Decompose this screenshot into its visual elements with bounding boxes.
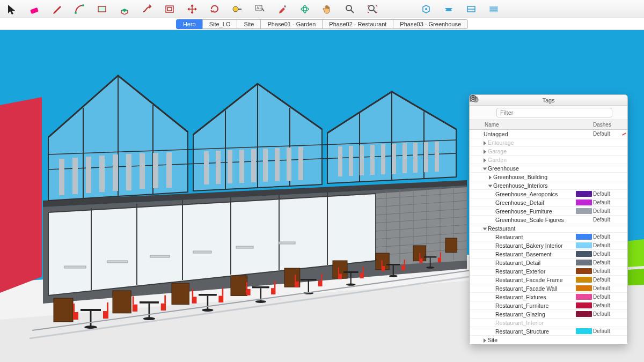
dashes-value[interactable]: Default (593, 208, 622, 214)
scene-tab-phase01-garden[interactable]: Phase01 - Garden (260, 19, 323, 29)
add-folder-icon[interactable] (485, 108, 493, 117)
tags-search[interactable] (496, 108, 612, 117)
eraser-icon[interactable] (28, 3, 41, 16)
dashes-value[interactable]: Default (593, 200, 622, 205)
rectangle-icon[interactable] (96, 3, 108, 16)
tag-row[interactable]: Garage (470, 147, 627, 156)
color-swatch[interactable] (576, 302, 592, 308)
tag-row[interactable]: Restaurant_ExteriorDefault (470, 267, 627, 276)
dashes-value[interactable]: Default (593, 234, 622, 240)
color-swatch[interactable] (576, 200, 592, 205)
section-fill-icon[interactable] (487, 3, 500, 16)
dashes-value[interactable]: Default (593, 242, 622, 248)
tag-name[interactable]: Greenhouse_Aeroponics (481, 191, 575, 197)
tag-row[interactable]: Garden (470, 156, 627, 164)
tag-row[interactable]: Restaurant_Facade WallDefault (470, 284, 627, 293)
color-swatch[interactable] (576, 234, 592, 240)
tag-name[interactable]: Restaurant (481, 225, 575, 232)
tag-row[interactable]: Greenhouse_DetailDefault (470, 198, 627, 207)
color-swatch[interactable] (576, 277, 592, 283)
color-swatch[interactable] (576, 268, 592, 274)
dashes-value[interactable]: Default (593, 251, 622, 257)
dashes-value[interactable]: Default (593, 260, 622, 265)
tag-row[interactable]: Greenhouse_FurnitureDefault (470, 207, 627, 216)
tag-name[interactable]: Restaurant_Fixtures (481, 294, 575, 300)
edit-icon[interactable] (622, 132, 626, 136)
color-swatch[interactable] (576, 191, 592, 197)
tag-name[interactable]: Restaurant_Exterior (481, 268, 575, 275)
tag-name[interactable]: Restaurant (481, 234, 575, 240)
scene-tab-site[interactable]: Site (237, 19, 261, 29)
orbit-icon[interactable] (298, 3, 311, 16)
tag-row[interactable]: Restaurant_StructureDefault (470, 327, 627, 336)
color-swatch[interactable] (576, 208, 592, 214)
color-swatch[interactable] (576, 285, 592, 291)
tag-row[interactable]: Restaurant_FixturesDefault (470, 293, 627, 301)
tag-name[interactable]: Restaurant_Detail (481, 260, 575, 266)
scene-tab-phase03-greenhouse[interactable]: Phase03 - Greenhouse (393, 19, 468, 29)
text-icon[interactable]: A1 (253, 3, 266, 16)
pencil-icon[interactable] (50, 3, 63, 16)
arc-icon[interactable] (73, 3, 86, 16)
color-swatch[interactable] (576, 251, 592, 257)
tags-filter-input[interactable] (500, 109, 609, 116)
tag-row[interactable]: Greenhouse_Scale FiguresDefault (470, 216, 627, 224)
tag-row[interactable]: Restaurant_Interior (470, 319, 627, 327)
tag-name[interactable]: Restaurant_Basement (481, 251, 575, 257)
tag-row[interactable]: Restaurant_Facade FrameDefault (470, 276, 627, 284)
scene-tab-phase02-restaurant[interactable]: Phase02 - Restaurant (322, 19, 393, 29)
color-swatch[interactable] (576, 311, 592, 317)
tag-row[interactable]: Restaurant_DetailDefault (470, 258, 627, 267)
tag-name[interactable]: Greenhouse_Scale Figures (481, 217, 575, 223)
tag-row[interactable]: RestaurantDefault (470, 233, 627, 241)
tag-name[interactable]: Restaurant_Bakery Interior (481, 242, 575, 249)
tag-row[interactable]: Entourage (470, 138, 627, 147)
tag-row[interactable]: Greenhouse_Interiors (470, 181, 627, 190)
3d-viewport[interactable]: Tags Name Dashes Unta (0, 30, 644, 362)
col-dashes-label[interactable]: Dashes (593, 122, 622, 128)
tag-row[interactable]: Restaurant_BasementDefault (470, 250, 627, 258)
section-plane-icon[interactable] (442, 3, 455, 16)
tag-row[interactable]: Site (470, 336, 627, 344)
paint-icon[interactable] (276, 3, 289, 16)
tag-name[interactable]: Restaurant_Facade Frame (481, 277, 575, 283)
tape-icon[interactable] (231, 3, 244, 16)
tag-name[interactable]: Restaurant_Interior (481, 320, 575, 326)
tag-name[interactable]: Entourage (481, 139, 575, 146)
dashes-value[interactable]: Default (593, 285, 622, 291)
tag-row[interactable]: Restaurant_FurnitureDefault (470, 301, 627, 310)
followme-icon[interactable] (141, 3, 153, 16)
tag-name[interactable]: Restaurant_Facade Wall (481, 285, 575, 292)
color-swatch[interactable] (576, 294, 592, 300)
tag-name[interactable]: Garden (481, 157, 575, 163)
col-name-label[interactable]: Name (485, 122, 499, 128)
select-arrow-icon[interactable] (5, 3, 18, 16)
tag-name[interactable]: Restaurant_Furniture (481, 302, 575, 309)
tag-name[interactable]: Greenhouse_Interiors (481, 182, 575, 189)
tag-name[interactable]: Untagged (481, 131, 575, 137)
tag-name[interactable]: Greenhouse_Furniture (481, 208, 575, 215)
tag-name[interactable]: Restaurant_Structure (481, 328, 575, 335)
rotate-icon[interactable] (208, 3, 221, 16)
dashes-value[interactable]: Default (593, 328, 622, 334)
tag-row[interactable]: UntaggedDefault (470, 130, 627, 138)
pan-icon[interactable] (321, 3, 334, 16)
tag-row[interactable]: Greenhouse_Building (470, 173, 627, 181)
dashes-value[interactable]: Default (593, 277, 622, 283)
color-swatch[interactable] (576, 260, 592, 265)
tag-name[interactable]: Site (481, 337, 575, 343)
tags-panel[interactable]: Tags Name Dashes Unta (469, 94, 628, 345)
dashes-value[interactable]: Default (593, 191, 622, 197)
section-display-icon[interactable] (465, 3, 478, 16)
tag-row[interactable]: Greenhouse_AeroponicsDefault (470, 190, 627, 198)
tag-row[interactable]: Restaurant (470, 224, 627, 233)
scene-tab-hero[interactable]: Hero (176, 19, 203, 29)
live-component-icon[interactable] (420, 3, 433, 16)
tag-row[interactable]: Restaurant_GlazingDefault (470, 310, 627, 319)
tags-menu-icon[interactable] (616, 108, 624, 117)
add-tag-icon[interactable] (473, 108, 481, 117)
dashes-value[interactable]: Default (593, 294, 622, 300)
dashes-value[interactable]: Default (593, 302, 622, 308)
dashes-value[interactable]: Default (593, 131, 622, 137)
tag-row[interactable]: Restaurant_Bakery InteriorDefault (470, 241, 627, 250)
